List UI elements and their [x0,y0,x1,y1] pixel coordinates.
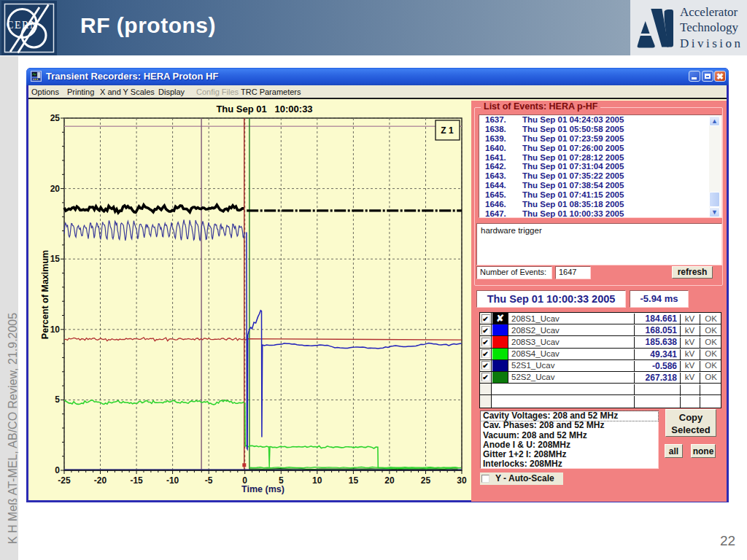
svg-text:10: 10 [50,324,61,335]
svg-text:Time (ms): Time (ms) [241,484,285,494]
svg-text:-10: -10 [166,475,179,486]
svg-text:20: 20 [384,475,395,486]
svg-text:5: 5 [55,394,60,405]
svg-text:CERN: CERN [7,20,39,31]
svg-text:0: 0 [55,465,60,475]
svg-text:-25: -25 [58,475,71,486]
svg-text:10: 10 [312,475,322,486]
svg-text:25: 25 [50,113,61,123]
svg-text:15: 15 [349,475,359,486]
svg-text:20: 20 [50,184,61,194]
svg-text:15: 15 [50,254,61,264]
svg-text:-5: -5 [205,475,213,486]
svg-text:Percent of Maximum: Percent of Maximum [40,250,50,339]
svg-text:-15: -15 [130,475,143,486]
svg-text:30: 30 [457,475,467,486]
svg-text:-20: -20 [94,475,107,486]
svg-text:25: 25 [421,475,431,486]
svg-text:Thu Sep 01 10:00:33: Thu Sep 01 10:00:33 [216,104,312,114]
svg-text:Z 1: Z 1 [441,125,454,136]
